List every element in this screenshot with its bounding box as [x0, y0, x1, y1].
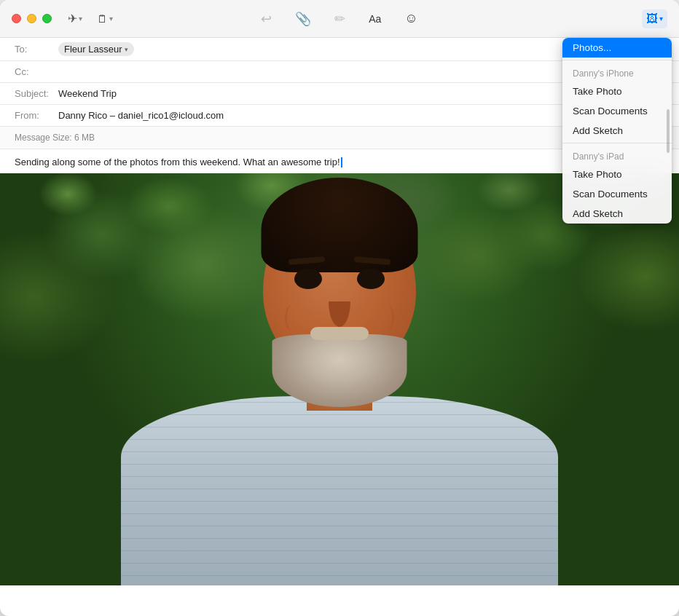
- menu-item-iphone-take-photo[interactable]: Take Photo: [562, 82, 672, 101]
- person-container: [0, 173, 679, 585]
- send-button[interactable]: ✈ ▾: [63, 9, 87, 28]
- notes-chevron-icon: ▾: [109, 15, 113, 23]
- toolbar-right: 🖼 ▾: [642, 9, 667, 28]
- menu-item-iphone-add-sketch[interactable]: Add Sketch: [562, 121, 672, 141]
- reply-button[interactable]: ↩: [256, 8, 276, 30]
- insert-photo-button[interactable]: 🖼 ▾: [642, 9, 667, 28]
- dropdown-scrollbar[interactable]: [667, 41, 670, 221]
- mail-window: ✈ ▾ 🗒 ▾ ↩ 📎 ✏ Aa ☺: [0, 0, 679, 616]
- font-icon: Aa: [369, 13, 381, 25]
- menu-item-iphone-scan-docs[interactable]: Scan Documents: [562, 101, 672, 121]
- subject-label: Subject:: [15, 88, 58, 99]
- menu-header-iphone: Danny's iPhone: [562, 63, 672, 82]
- body-text: Sending along some of the photos from th…: [15, 157, 340, 167]
- message-size-value: 6 MB: [74, 133, 95, 143]
- menu-item-photos[interactable]: Photos...: [562, 38, 672, 58]
- emoji-button[interactable]: ☺: [400, 8, 422, 29]
- mustache: [310, 327, 369, 340]
- reply-icon: ↩: [261, 11, 272, 27]
- insert-photo-chevron-icon: ▾: [659, 15, 663, 23]
- notes-icon: 🗒: [97, 12, 108, 25]
- toolbar-center: ↩ 📎 ✏ Aa ☺: [256, 8, 423, 30]
- insert-photo-dropdown: Photos... Danny's iPhone Take Photo Scan…: [562, 38, 672, 224]
- menu-item-ipad-take-photo[interactable]: Take Photo: [562, 165, 672, 184]
- shirt-stripes: [121, 396, 558, 585]
- photo-container: [0, 173, 679, 585]
- text-cursor: [341, 157, 342, 167]
- recipient-name: Fleur Lasseur: [64, 44, 122, 55]
- attach-button[interactable]: 📎: [291, 8, 315, 30]
- head: [259, 192, 420, 389]
- recipient-chevron-icon: ▾: [125, 46, 128, 53]
- minimize-button[interactable]: [27, 14, 36, 23]
- emoji-icon: ☺: [404, 11, 417, 26]
- left-smile-wrinkle: [285, 305, 298, 331]
- traffic-lights: [12, 14, 52, 23]
- from-value: Danny Rico – daniel_rico1@icloud.com: [58, 110, 224, 121]
- send-chevron-icon: ▾: [79, 15, 82, 23]
- left-eye: [294, 269, 322, 289]
- menu-header-ipad: Danny's iPad: [562, 146, 672, 165]
- menu-divider-1: [562, 60, 672, 60]
- beard: [272, 334, 407, 407]
- maximize-button[interactable]: [42, 14, 52, 23]
- to-label: To:: [15, 44, 58, 55]
- hair: [262, 178, 418, 272]
- photo-background: [0, 173, 679, 585]
- send-icon: ✈: [68, 12, 77, 25]
- menu-item-ipad-add-sketch[interactable]: Add Sketch: [562, 204, 672, 224]
- notes-button[interactable]: 🗒 ▾: [93, 9, 117, 28]
- font-button[interactable]: Aa: [364, 10, 385, 28]
- shirt: [121, 396, 558, 585]
- cc-label: Cc:: [15, 66, 58, 77]
- message-size-label: Message Size:: [15, 133, 72, 143]
- right-eye: [357, 269, 385, 289]
- menu-item-ipad-scan-docs[interactable]: Scan Documents: [562, 184, 672, 204]
- subject-value: Weekend Trip: [58, 88, 117, 99]
- dropdown-scroll-thumb: [667, 109, 670, 153]
- close-button[interactable]: [12, 14, 21, 23]
- message-size: Message Size: 6 MB: [15, 133, 580, 143]
- from-label: From:: [15, 110, 58, 121]
- toolbar-left: ✈ ▾ 🗒 ▾: [63, 9, 117, 28]
- edit-button[interactable]: ✏: [330, 8, 350, 30]
- recipient-chip[interactable]: Fleur Lasseur ▾: [58, 42, 134, 56]
- menu-divider-2: [562, 143, 672, 143]
- insert-photo-icon: 🖼: [646, 12, 658, 25]
- attach-icon: 📎: [295, 11, 311, 27]
- titlebar: ✈ ▾ 🗒 ▾ ↩ 📎 ✏ Aa ☺: [0, 0, 679, 38]
- right-smile-wrinkle: [381, 305, 394, 331]
- edit-icon: ✏: [334, 11, 345, 27]
